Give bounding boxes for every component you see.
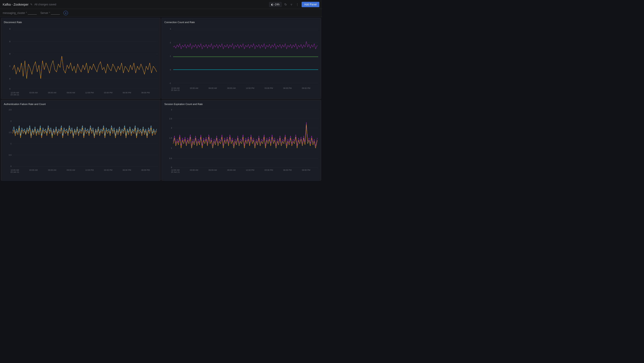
filter-messaging-cluster[interactable]: messaging_cluster * [3, 11, 37, 15]
svg-text:03:00 PM: 03:00 PM [264, 87, 273, 89]
svg-text:3: 3 [171, 109, 172, 111]
time-range-selector[interactable]: ◐ -24h [269, 2, 282, 7]
filter-server[interactable]: Server * [40, 11, 60, 15]
svg-text:06:00 AM: 06:00 AM [208, 169, 217, 171]
svg-text:12:00 PM: 12:00 PM [246, 87, 254, 89]
svg-text:06:00 AM: 06:00 AM [48, 92, 56, 94]
svg-text:09:00 AM: 09:00 AM [66, 169, 75, 171]
svg-text:23 Jun 21: 23 Jun 21 [171, 89, 180, 91]
svg-text:0: 0 [9, 78, 10, 80]
svg-text:0: 0 [10, 165, 12, 167]
svg-text:1: 1 [10, 142, 12, 145]
svg-text:0: 0 [9, 65, 10, 67]
chart-session: 3 2.5 2 1.5 1 0.5 0 12:00 AM 23 Jun 21 0… [164, 106, 318, 179]
filter-value-2[interactable] [51, 11, 60, 15]
svg-text:2: 2 [170, 42, 171, 44]
svg-text:09:00 PM: 09:00 PM [141, 169, 150, 171]
filter-label-2: Server [40, 12, 48, 15]
toolbar: messaging_cluster * Server * + [0, 9, 322, 17]
panel-disconnect-rate: Disconnect Rate 0 0 0 0 0 0 12:00 [1, 18, 160, 99]
filter-label-1: messaging_cluster [3, 12, 25, 15]
chart-connection: 3 2 1 0 -1 12:00 AM 23 Jun 21 03:00 AM 0… [164, 25, 318, 97]
svg-text:2.5: 2.5 [169, 118, 172, 120]
svg-text:23 Jun 21: 23 Jun 21 [10, 94, 19, 96]
svg-text:0.5: 0.5 [169, 157, 172, 159]
svg-text:06:00 PM: 06:00 PM [283, 169, 292, 171]
svg-text:09:00 PM: 09:00 PM [302, 169, 310, 171]
svg-text:0: 0 [9, 88, 10, 90]
filter-value-1[interactable] [28, 11, 37, 15]
chart-disconnect-rate: 0 0 0 0 0 0 12:00 AM 23 Jun 21 03:00 AM … [4, 25, 158, 97]
svg-text:2: 2 [10, 120, 12, 122]
svg-text:1.5: 1.5 [169, 137, 172, 139]
panel-title-connection: Connection Count and Rate [164, 21, 318, 24]
time-range-value: -24h [274, 3, 280, 6]
svg-text:09:00 AM: 09:00 AM [227, 169, 236, 171]
filter-asterisk-1: * [26, 12, 27, 14]
svg-text:06:00 PM: 06:00 PM [283, 87, 292, 89]
svg-text:12:00 PM: 12:00 PM [85, 92, 94, 94]
header: Kafka - Zookeeper ✎ All changes saved ◐ … [0, 0, 322, 9]
svg-text:1: 1 [171, 147, 172, 149]
add-panel-button[interactable]: Add Panel [302, 2, 319, 7]
svg-text:03:00 AM: 03:00 AM [29, 169, 38, 171]
header-right: ◐ -24h ↻ ▿ ⋮ Add Panel [269, 2, 319, 7]
svg-text:0: 0 [170, 69, 171, 71]
filter-icon-btn[interactable]: ▿ [290, 2, 293, 7]
panel-title-disconnect-rate: Disconnect Rate [4, 21, 158, 24]
saved-status: All changes saved [34, 3, 56, 6]
svg-text:12:00 PM: 12:00 PM [85, 169, 94, 171]
svg-text:06:00 PM: 06:00 PM [123, 92, 131, 94]
dashboard-title: Kafka - Zookeeper [3, 3, 28, 6]
svg-text:12:00 PM: 12:00 PM [246, 169, 254, 171]
svg-text:09:00 AM: 09:00 AM [227, 87, 236, 89]
panel-session-expiration: Session Expiration Count and Rate 3 2.5 … [162, 100, 321, 181]
svg-text:03:00 AM: 03:00 AM [190, 87, 198, 89]
svg-text:09:00 PM: 09:00 PM [141, 92, 150, 94]
svg-text:06:00 AM: 06:00 AM [208, 87, 217, 89]
svg-text:03:00 PM: 03:00 PM [104, 92, 112, 94]
svg-text:2.5: 2.5 [9, 109, 12, 111]
panel-title-session: Session Expiration Count and Rate [164, 103, 318, 105]
svg-text:2: 2 [171, 127, 172, 129]
svg-text:09:00 PM: 09:00 PM [302, 87, 310, 89]
dashboard-grid: Disconnect Rate 0 0 0 0 0 0 12:00 [0, 17, 322, 182]
svg-text:23 Jun 21: 23 Jun 21 [171, 171, 180, 173]
svg-text:0: 0 [171, 166, 172, 168]
svg-text:03:00 AM: 03:00 AM [190, 169, 198, 171]
clock-icon: ◐ [271, 3, 273, 6]
panel-title-auth: Authentication Failure Rate and Count [4, 103, 158, 105]
svg-text:1.5: 1.5 [9, 131, 12, 133]
svg-text:09:00 AM: 09:00 AM [66, 92, 75, 94]
svg-text:-1: -1 [169, 82, 171, 84]
svg-text:0: 0 [9, 53, 10, 55]
add-filter-button[interactable]: + [64, 11, 68, 15]
chart-auth: 2.5 2 1.5 1 0.5 0 12:00 AM 23 Jun 21 03:… [4, 106, 158, 179]
filter-asterisk-2: * [49, 12, 50, 14]
more-options-btn[interactable]: ⋮ [295, 2, 300, 7]
svg-text:03:00 AM: 03:00 AM [29, 92, 38, 94]
edit-icon[interactable]: ✎ [30, 3, 32, 6]
svg-text:03:00 PM: 03:00 PM [104, 169, 112, 171]
svg-text:0.5: 0.5 [9, 154, 12, 156]
svg-text:0: 0 [9, 40, 10, 42]
svg-text:06:00 AM: 06:00 AM [48, 169, 56, 171]
svg-text:3: 3 [170, 28, 171, 30]
panel-auth-failure: Authentication Failure Rate and Count 2.… [1, 100, 160, 181]
svg-text:03:00 PM: 03:00 PM [264, 169, 273, 171]
svg-text:23 Jun 21: 23 Jun 21 [10, 171, 19, 173]
svg-text:0: 0 [9, 28, 10, 30]
panel-connection-count-rate: Connection Count and Rate 3 2 1 0 -1 [162, 18, 321, 99]
svg-text:06:00 PM: 06:00 PM [123, 169, 131, 171]
svg-text:1: 1 [170, 55, 171, 57]
refresh-button[interactable]: ↻ [284, 2, 288, 7]
